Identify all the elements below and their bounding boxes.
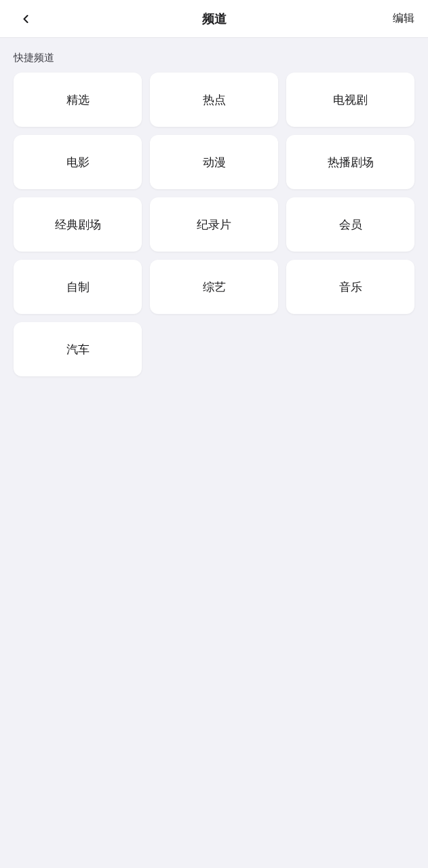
channel-item-dianshiju[interactable]: 电视剧 [286, 73, 414, 127]
channel-item-jingdianjuchang[interactable]: 经典剧场 [14, 197, 142, 252]
channel-item-dongman[interactable]: 动漫 [150, 135, 278, 189]
page-title: 频道 [38, 11, 390, 27]
header: 频道 编辑 [0, 0, 428, 38]
channel-item-jingxuan[interactable]: 精选 [14, 73, 142, 127]
section-label: 快捷频道 [0, 38, 428, 73]
channel-item-redian[interactable]: 热点 [150, 73, 278, 127]
channel-item-yinyue[interactable]: 音乐 [286, 260, 414, 314]
channel-item-jilupian[interactable]: 纪录片 [150, 197, 278, 252]
channel-item-huiyuan[interactable]: 会员 [286, 197, 414, 252]
channel-item-qiche[interactable]: 汽车 [14, 322, 142, 376]
channel-item-zongyi[interactable]: 综艺 [150, 260, 278, 314]
back-button[interactable] [14, 7, 38, 31]
channel-item-zizhi[interactable]: 自制 [14, 260, 142, 314]
edit-button[interactable]: 编辑 [390, 12, 414, 26]
channels-grid: 精选热点电视剧电影动漫热播剧场经典剧场纪录片会员自制综艺音乐汽车 [0, 73, 428, 390]
channel-item-dianying[interactable]: 电影 [14, 135, 142, 189]
channel-item-rebojuchang[interactable]: 热播剧场 [286, 135, 414, 189]
